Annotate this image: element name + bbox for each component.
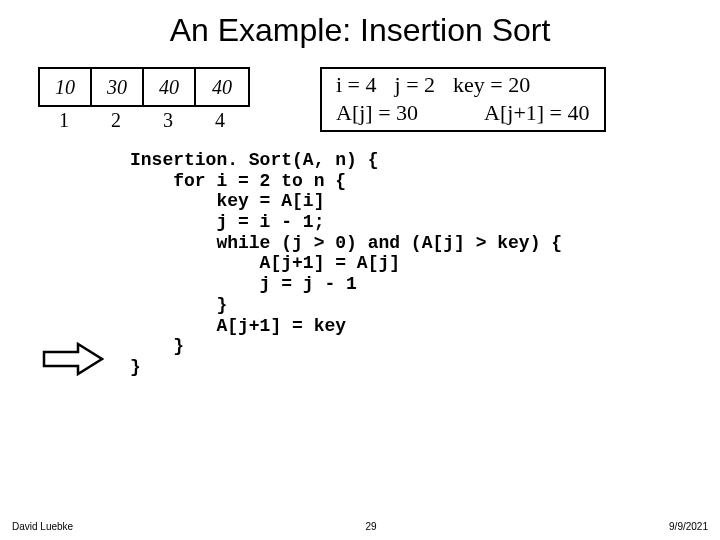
array-cells: 10 30 40 40 (38, 67, 250, 107)
array-indices: 1 2 3 4 (38, 109, 246, 132)
array-cell: 10 (40, 69, 92, 105)
footer-date: 9/9/2021 (669, 521, 708, 532)
array-cell: 30 (92, 69, 144, 105)
state-ajp1: A[j+1] = 40 (484, 99, 589, 127)
state-row: A[j] = 30 A[j+1] = 40 (336, 99, 590, 127)
array-index: 2 (90, 109, 142, 132)
array-cell: 40 (196, 69, 248, 105)
footer-page: 29 (366, 521, 377, 532)
state-i: i = 4 (336, 71, 377, 99)
array-index: 4 (194, 109, 246, 132)
array-index: 3 (142, 109, 194, 132)
code-block: Insertion. Sort(A, n) { for i = 2 to n {… (0, 150, 720, 378)
footer-author: David Luebke (12, 521, 73, 532)
state-box: i = 4 j = 2 key = 20 A[j] = 30 A[j+1] = … (320, 67, 606, 132)
footer: David Luebke 29 9/9/2021 (12, 521, 708, 532)
state-key: key = 20 (453, 71, 530, 99)
arrow-icon (42, 342, 104, 376)
content-row: 10 30 40 40 1 2 3 4 i = 4 j = 2 key = 20… (0, 67, 720, 132)
state-row: i = 4 j = 2 key = 20 (336, 71, 590, 99)
array-cell: 40 (144, 69, 196, 105)
state-j: j = 2 (395, 71, 436, 99)
state-aj: A[j] = 30 (336, 99, 418, 127)
slide-title: An Example: Insertion Sort (0, 0, 720, 67)
array-index: 1 (38, 109, 90, 132)
array-block: 10 30 40 40 1 2 3 4 (38, 67, 250, 132)
